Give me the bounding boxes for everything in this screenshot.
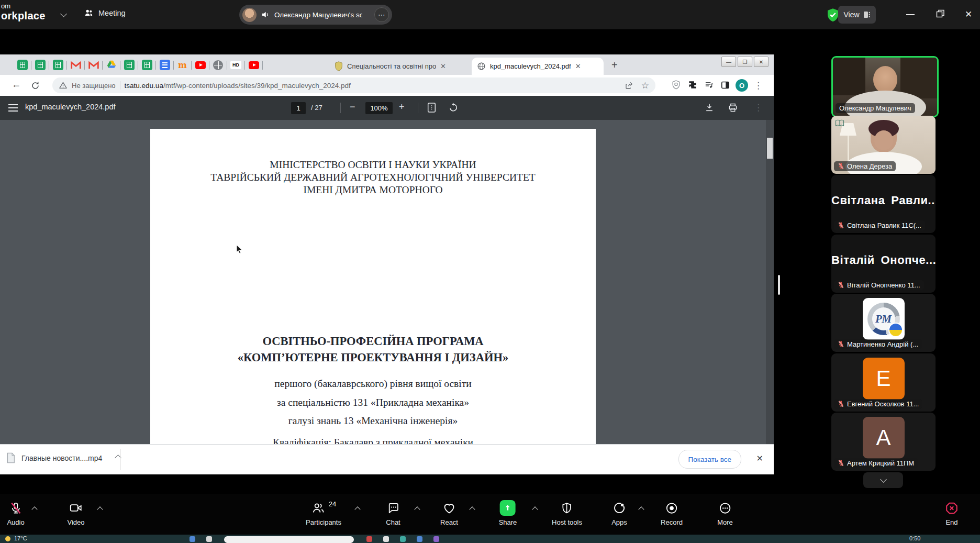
pinned-tab-sheets[interactable] (138, 60, 155, 70)
close-tab-icon[interactable]: ✕ (440, 62, 446, 70)
pinned-tab-docs[interactable] (156, 60, 173, 70)
extensions-puzzle-icon[interactable] (688, 80, 698, 90)
playlist-icon[interactable] (704, 80, 715, 90)
video-button[interactable]: Video (67, 499, 84, 526)
participants-options-chevron[interactable] (355, 504, 360, 514)
pinned-tab-sheets[interactable] (31, 60, 49, 70)
taskbar-app-icon[interactable] (433, 536, 439, 542)
zoom-level-input[interactable]: 100% (365, 102, 393, 114)
tab-pdf-active[interactable]: kpd_maculevych_2024.pdf ✕ (472, 58, 604, 75)
zoom-out-button[interactable] (350, 102, 355, 113)
taskbar-app-icon[interactable] (190, 536, 195, 542)
side-panel-icon[interactable] (720, 80, 730, 90)
tab-specialnosti[interactable]: Спеціальності та освітні програ ✕ (329, 58, 463, 75)
apps-label: Apps (611, 518, 627, 526)
profile-avatar[interactable]: O (736, 79, 748, 92)
chat-button[interactable]: Chat (386, 499, 400, 526)
video-options-chevron[interactable] (98, 504, 102, 514)
pinned-tab-sheets[interactable] (14, 60, 31, 70)
weather-icon[interactable] (5, 536, 10, 541)
browser-restore-button[interactable]: ❐ (738, 57, 752, 67)
host-tools-button[interactable]: Host tools (552, 499, 582, 526)
show-all-downloads-button[interactable]: Показать все (678, 450, 741, 469)
view-button[interactable]: View (838, 6, 876, 24)
taskbar-app-icon[interactable] (400, 536, 406, 542)
audio-options-chevron[interactable] (32, 504, 37, 514)
audio-button[interactable]: Audio (7, 499, 24, 526)
participant-tile-avatar[interactable]: Е Евгений Осколков 11... (831, 353, 936, 412)
close-download-bar-icon[interactable] (756, 453, 763, 463)
taskbar-search-box[interactable] (224, 536, 354, 543)
pinned-tab-youtube[interactable] (245, 61, 262, 69)
end-meeting-button[interactable]: End (945, 499, 959, 526)
pdf-scrollbar[interactable] (766, 120, 774, 444)
pinned-tab-web[interactable] (209, 60, 227, 70)
pdf-more-icon[interactable] (754, 102, 763, 113)
restore-button[interactable] (936, 9, 944, 18)
share-more-button[interactable] (374, 7, 389, 22)
tab-meeting[interactable]: Meeting (84, 8, 126, 18)
minimize-button[interactable] (906, 14, 915, 15)
adblock-shield-icon[interactable] (671, 79, 681, 90)
bookmark-star-icon[interactable] (641, 80, 649, 91)
pinned-tab-gmail[interactable] (67, 61, 84, 69)
back-button[interactable] (12, 79, 21, 90)
zoom-in-button[interactable] (399, 102, 405, 113)
weather-temperature[interactable]: 17°C (14, 535, 27, 541)
chat-options-chevron[interactable] (415, 504, 419, 514)
close-tab-icon[interactable]: ✕ (575, 62, 581, 70)
participant-tile-avatar[interactable]: А Артем Крицкий 11ПМ (831, 413, 936, 471)
participants-button[interactable]: 24 Participants (306, 499, 341, 526)
apps-options-chevron[interactable] (639, 504, 643, 514)
pinned-tab-drive[interactable] (103, 60, 120, 70)
taskbar-app-icon[interactable] (383, 536, 389, 542)
participant-tile-video[interactable]: Олена Дереза (831, 116, 936, 174)
chevron-down-icon[interactable] (60, 10, 67, 17)
participant-tile-video[interactable]: Олександр Мацулевич (831, 56, 939, 117)
fit-page-button[interactable] (427, 102, 436, 113)
pinned-tab-youtube[interactable] (192, 61, 209, 69)
new-tab-button[interactable] (611, 60, 618, 70)
print-button[interactable] (728, 102, 738, 113)
participant-name-label: Олександр Мацулевич (839, 104, 911, 112)
apps-button[interactable]: Apps (611, 499, 627, 526)
participant-tile-name[interactable]: Світлана Равли... Світлана Равлик 11С(..… (831, 175, 936, 233)
browser-minimize-button[interactable]: — (721, 57, 736, 67)
address-bar[interactable]: Не защищено tsatu.edu.ua/mtf/wp-content/… (52, 77, 655, 93)
security-chip-label[interactable]: Не защищено (72, 82, 116, 90)
rotate-button[interactable] (448, 102, 459, 113)
share-options-chevron[interactable] (533, 504, 537, 514)
pinned-tab-sheets[interactable] (120, 60, 138, 70)
pinned-tab-gmail[interactable] (85, 61, 102, 69)
react-button[interactable]: React (440, 499, 458, 526)
screen-share-indicator[interactable]: Олександр Мацулевич's sc (239, 5, 392, 25)
taskbar-app-icon[interactable] (417, 536, 422, 542)
pinned-tab-sheets[interactable] (49, 60, 66, 70)
share-page-icon[interactable] (625, 81, 634, 90)
more-participants-button[interactable] (863, 472, 903, 488)
browser-menu-icon[interactable] (754, 80, 763, 91)
pdf-content-area[interactable]: МІНІСТЕРСТВО ОСВІТИ І НАУКИ УКРАЇНИ ТАВР… (0, 120, 774, 444)
taskbar-app-icon[interactable] (206, 536, 212, 542)
page-number-input[interactable]: 1 (291, 102, 306, 114)
more-button[interactable]: More (717, 499, 733, 526)
participant-tile-name[interactable]: Віталій Онопче... Віталій Онопченко 11..… (831, 235, 936, 293)
pinned-tab-hd[interactable]: HD (227, 61, 244, 69)
panel-resize-handle[interactable] (778, 275, 780, 295)
reload-button[interactable] (30, 81, 40, 91)
avatar (242, 8, 257, 22)
taskbar-clock[interactable]: 0:50 (909, 535, 920, 541)
participant-tile-avatar[interactable]: РМ Мартиненко Андрій (... (831, 294, 936, 352)
download-button[interactable] (704, 102, 715, 113)
pinned-tab-moodle[interactable]: m (174, 60, 191, 70)
react-options-chevron[interactable] (470, 504, 474, 514)
share-button[interactable]: Share (499, 499, 517, 526)
record-button[interactable]: Record (661, 499, 683, 526)
downloaded-file-chip[interactable]: Главные новости....mp4 (6, 452, 120, 463)
browser-close-button[interactable]: ✕ (754, 57, 769, 67)
taskbar-app-icon[interactable] (366, 536, 372, 542)
participant-name-label: Світлана Равлик 11С(... (847, 221, 921, 229)
close-button[interactable] (965, 9, 972, 20)
pdf-menu-icon[interactable] (8, 104, 18, 105)
pdf-scrollbar-thumb[interactable] (767, 138, 773, 159)
